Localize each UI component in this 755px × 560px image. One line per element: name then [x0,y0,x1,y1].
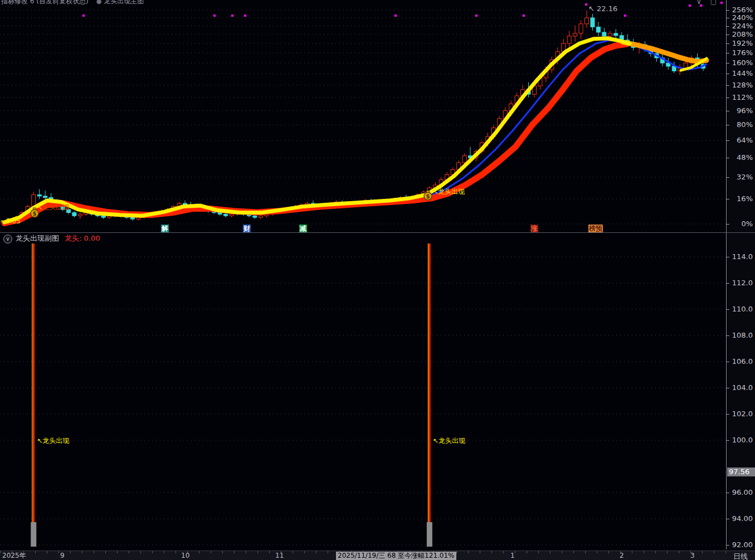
event-tag[interactable]: 榜预 [588,225,603,232]
y-axis-tick [727,493,729,493]
svg-text:$: $ [33,211,37,217]
y-axis-tick [727,140,729,141]
y-axis-label: 240% [732,14,753,22]
sub-chart-header: ∨龙头出现副图龙头: 0.00 [3,233,100,244]
y-axis-label: 64% [737,137,753,144]
candle-up [585,18,589,24]
candle-up [230,214,233,216]
candle-up [573,33,577,36]
event-tag[interactable]: 解 [161,225,169,232]
y-axis-label: 92.00 [732,541,753,549]
y-axis-label: 96% [737,107,753,115]
y-axis-label: 256% [732,6,753,14]
x-axis-label: 2025年 [2,552,26,560]
y-axis-tick [727,98,729,98]
current-price-badge: 97.56 [727,468,755,476]
event-dot [394,14,397,17]
y-axis-tick [727,362,729,362]
y-axis-tick [727,10,729,11]
signal-label: ↖龙头出现 [432,187,465,197]
sub-chart-title[interactable]: 龙头出现副图 [16,234,59,242]
y-axis-tick [727,335,729,336]
candle-up [579,24,583,33]
x-axis-label: 11 [275,552,284,560]
x-axis-label: 9 [60,552,65,560]
y-axis-tick [727,53,729,53]
event-dot [689,4,691,7]
event-dot [585,3,587,6]
ma-yellow [4,38,630,222]
y-axis-label: 106.0 [732,358,753,366]
y-axis-label: 32% [737,173,753,181]
collapse-circle-icon[interactable]: ∨ [3,235,12,244]
y-axis-label: 128% [732,81,753,89]
y-axis-tick [727,283,729,284]
y-axis-label: 208% [732,31,753,38]
ma-red [4,44,627,223]
candle-down [130,217,134,219]
candle-up [32,194,36,206]
y-axis-label: 160% [732,59,753,67]
y-axis-label: 176% [732,49,753,57]
signal-label: ↖龙头出现 [37,203,69,212]
candle-down [218,213,222,215]
ma-blue [4,40,707,223]
x-axis-label: 1 [510,552,515,560]
candle-down [614,33,618,36]
price-annotation: ↖ 22.16 [588,4,617,13]
event-dot [523,14,525,17]
period-selector[interactable]: 日线 [733,552,748,560]
x-axis-label: 2 [620,552,624,560]
y-axis-tick [727,125,729,125]
candle-down [101,216,105,217]
signal-label: ↖龙头出现 [433,436,465,446]
y-axis-label: 112.0 [732,279,753,287]
trading-app-window: 指标修改 6 (自发前复权状态)●龙头出现主图 ∨▢ $$ 256%240%22… [0,0,755,560]
y-axis-label: 108.0 [732,332,753,339]
price-annotation: ≈6.05 [0,217,21,225]
y-axis-label: 80% [737,121,753,129]
y-axis-tick [727,545,729,546]
event-dot [720,2,723,4]
candle-down [591,18,595,27]
event-dot [700,4,702,7]
candle-down [37,194,41,196]
event-tag[interactable]: 涨 [530,225,538,232]
candle-down [43,196,47,198]
y-axis-tick [727,257,729,257]
y-axis-tick [727,85,729,86]
signal-bar-gray [427,522,432,547]
main-chart-canvas[interactable]: $$ [0,0,726,233]
candle-up [567,36,571,43]
candle-down [602,32,606,36]
y-axis-tick [727,519,729,519]
y-axis-label: 144% [732,70,753,77]
y-axis-label: 102.0 [732,410,753,418]
event-tag[interactable]: 减 [299,225,307,232]
candle-up [259,216,262,217]
y-axis-label: 192% [732,40,753,47]
sub-series-value: 龙头: 0.00 [65,234,100,242]
candle-up [608,33,612,36]
y-axis-label: 96.00 [732,489,753,496]
y-axis-label: 112% [732,94,753,101]
y-axis-label: 104.0 [732,384,753,392]
sub-chart-canvas[interactable] [0,233,726,549]
y-axis-tick [727,43,729,44]
y-axis-tick [727,309,729,310]
event-dot [624,14,626,17]
y-axis-tick [727,224,729,225]
y-axis-tick [727,63,729,64]
arrow-up-left-icon: ↖ [37,203,42,211]
y-axis-tick [727,388,729,388]
y-axis-tick [727,26,729,27]
event-tag[interactable]: 财 [243,225,251,232]
arrow-up-left-icon: ↖ [432,188,438,196]
y-axis-tick [727,158,729,158]
x-axis-bar: 日线 2025年910112025/11/19/三 68 至今涨幅121.01%… [0,551,755,560]
y-axis-label: 48% [737,154,753,162]
y-axis-tick [727,74,729,74]
event-dot [213,14,216,17]
y-axis-tick [727,18,729,18]
event-dot [244,14,246,17]
